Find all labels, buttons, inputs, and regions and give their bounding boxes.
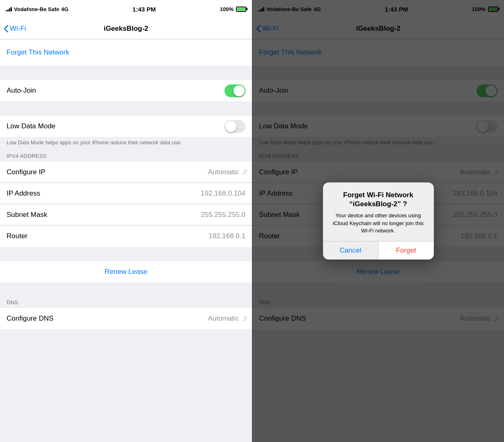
forget-network-cell-left[interactable]: Forget This Network	[0, 39, 252, 66]
low-data-label-left: Low Data Mode	[7, 122, 55, 130]
configure-ip-chevron-left	[241, 169, 247, 175]
forget-section-left: Forget This Network	[0, 39, 252, 66]
alert-message: Your device and other devices using iClo…	[330, 212, 427, 235]
dns-section-left: Configure DNS Automatic	[0, 308, 252, 329]
alert-dialog: Forget Wi-Fi Network “iGeeksBlog-2” ? Yo…	[323, 182, 434, 260]
signal-icon	[6, 7, 12, 11]
ip-address-label-left: IP Address	[7, 189, 40, 198]
carrier-label: Vodafone-Be Safe	[14, 6, 59, 12]
router-cell-left: Router 192.168.0.1	[0, 226, 252, 247]
low-data-toggle-left[interactable]	[225, 120, 245, 133]
subnet-mask-label-left: Subnet Mask	[7, 211, 47, 219]
separator-4-left	[0, 283, 252, 297]
dns-header-left: DNS	[0, 297, 252, 308]
configure-ip-label-left: Configure IP	[7, 168, 46, 176]
back-chevron-left	[4, 25, 8, 32]
separator-3-left	[0, 247, 252, 261]
battery-fill-left	[237, 8, 245, 11]
router-value-left: 192.168.0.1	[208, 232, 245, 240]
subnet-mask-cell-left: Subnet Mask 255.255.255.0	[0, 204, 252, 226]
back-button-left[interactable]: Wi-Fi	[4, 25, 26, 33]
auto-join-section-left: Auto-Join	[0, 80, 252, 101]
low-data-thumb-left	[225, 121, 236, 132]
nav-title-left: iGeeksBlog-2	[104, 25, 149, 33]
battery-percent-left: 100%	[220, 6, 234, 12]
time-left: 1:43 PM	[133, 6, 156, 13]
content-left: Forget This Network Auto-Join Low Data M…	[0, 39, 252, 442]
renew-lease-section-left: Renew Lease	[0, 261, 252, 283]
back-label-left: Wi-Fi	[10, 25, 26, 33]
ip-address-value-left: 192.168.0.104	[201, 189, 245, 198]
renew-lease-cell-left[interactable]: Renew Lease	[0, 261, 252, 283]
auto-join-toggle-left[interactable]	[225, 84, 245, 97]
network-type: 4G	[61, 6, 68, 12]
alert-cancel-button[interactable]: Cancel	[323, 242, 379, 260]
ipv4-section-left: Configure IP Automatic IP Address 192.16…	[0, 162, 252, 247]
forget-network-label-left[interactable]: Forget This Network	[7, 48, 245, 57]
status-right-left: 100%	[220, 6, 246, 12]
auto-join-thumb-left	[234, 85, 245, 96]
alert-buttons: Cancel Forget	[323, 241, 434, 260]
configure-ip-value-left: Automatic	[208, 168, 245, 176]
left-panel: Vodafone-Be Safe 4G 1:43 PM 100% Wi-Fi i…	[0, 0, 252, 442]
alert-forget-button[interactable]: Forget	[378, 242, 434, 260]
separator-1-left	[0, 66, 252, 80]
configure-ip-cell-left[interactable]: Configure IP Automatic	[0, 162, 252, 183]
configure-dns-label-left: Configure DNS	[7, 314, 53, 323]
ip-address-cell-left: IP Address 192.168.0.104	[0, 183, 252, 204]
low-data-footer-left: Low Data Mode helps apps on your iPhone …	[0, 137, 252, 150]
auto-join-label-left: Auto-Join	[7, 87, 36, 95]
subnet-mask-value-left: 255.255.255.0	[201, 211, 245, 219]
low-data-section-left: Low Data Mode	[0, 116, 252, 137]
status-bar-left: Vodafone-Be Safe 4G 1:43 PM 100%	[0, 0, 252, 18]
low-data-cell-left: Low Data Mode	[0, 116, 252, 137]
nav-bar-left: Wi-Fi iGeeksBlog-2	[0, 18, 252, 39]
router-label-left: Router	[7, 232, 27, 240]
configure-dns-cell-left[interactable]: Configure DNS Automatic	[0, 308, 252, 329]
separator-2-left	[0, 101, 252, 116]
ipv4-header-left: IPV4 ADDRESS	[0, 150, 252, 162]
renew-lease-label-left[interactable]: Renew Lease	[7, 262, 245, 282]
status-left: Vodafone-Be Safe 4G	[6, 6, 69, 12]
alert-overlay: Forget Wi-Fi Network “iGeeksBlog-2” ? Yo…	[252, 0, 504, 442]
alert-title: Forget Wi-Fi Network “iGeeksBlog-2” ?	[330, 191, 427, 209]
right-panel: Vodafone-Be Safe 4G 1:43 PM 100% Wi-Fi i…	[252, 0, 504, 442]
battery-icon-left	[236, 7, 246, 12]
configure-dns-chevron-left	[241, 316, 247, 322]
auto-join-cell-left: Auto-Join	[0, 80, 252, 101]
configure-dns-value-left: Automatic	[208, 314, 245, 323]
alert-content: Forget Wi-Fi Network “iGeeksBlog-2” ? Yo…	[323, 182, 434, 241]
